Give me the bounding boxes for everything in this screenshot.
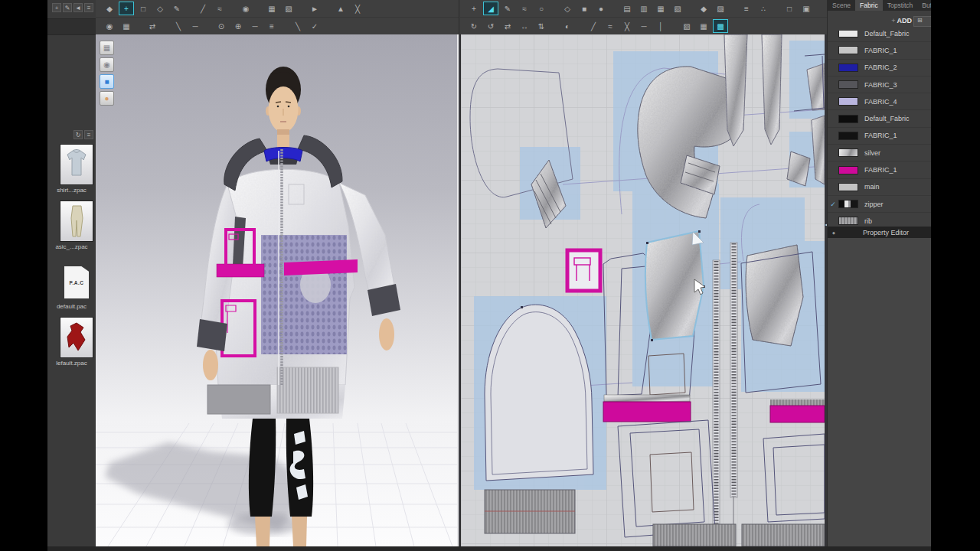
pleats-tool[interactable]: ≡ [739,2,754,15]
pants-thumbnail[interactable] [60,201,93,242]
tab-button[interactable]: Butto [917,0,931,11]
symmetric-pattern-tool[interactable]: ⇄ [500,19,515,33]
free-sew-tool[interactable]: ≈ [603,19,618,33]
library-add-icon[interactable]: + [52,3,61,12]
button-tool[interactable]: ⊙ [214,19,229,33]
select-pen-tool[interactable]: ✎ [169,2,185,15]
pattern-piece-rib-center[interactable] [653,524,736,546]
library-item-shirt[interactable]: shirt...zpac [47,144,96,194]
shirt-thumbnail[interactable] [60,144,93,185]
library-item-pants[interactable]: asic_...zpac [47,201,96,250]
fabric-row[interactable]: FABRIC_3 [828,77,931,93]
pin-tool[interactable]: ◉ [238,2,253,15]
fold-tool[interactable]: ↺ [483,19,498,33]
mirror-paste-tool[interactable]: ↔ [517,19,532,33]
arrange-clothes-tool[interactable]: ▧ [281,2,296,15]
rectangle-tool[interactable]: ■ [577,2,592,15]
viewport-3d-canvas[interactable] [96,34,457,546]
library-menu-icon[interactable]: ≡ [84,3,93,12]
dart-tool[interactable]: ▤ [619,2,635,15]
mn-sew-tool[interactable]: ╳ [619,19,635,33]
tab-scene[interactable]: Scene [828,0,855,11]
gizmo-mode-tool[interactable]: ◆ [102,2,117,15]
fabric-row[interactable]: ✓ zipper [828,196,931,213]
select-lasso-tool[interactable]: ◇ [152,2,168,15]
add-point-tool[interactable]: ○ [534,2,549,15]
edit-texture-tool[interactable]: ▧ [679,19,694,33]
library-listview-icon[interactable]: ≡ [84,130,93,139]
fabric-row[interactable]: FABRIC_4 [828,93,931,110]
show-avatar-button[interactable]: ◉ [100,57,114,72]
avatar-pose-tool[interactable]: ▲ [333,2,348,15]
sew-segment-tool[interactable]: ╱ [195,2,211,15]
pac-file-thumbnail[interactable]: P.A.C [60,263,93,302]
grading-edit-tool[interactable]: ▣ [799,2,814,15]
grading-tool[interactable]: □ [782,2,797,15]
flip-tool[interactable]: ◐ [560,19,575,33]
sew-free-tool[interactable]: ≈ [212,2,227,15]
pattern-piece-hem-right[interactable] [770,399,825,422]
polygon-tool[interactable]: ◇ [560,2,575,15]
library-edit-icon[interactable]: ✎ [63,3,72,12]
pattern-piece-hem-center[interactable] [603,395,691,422]
circle-tool[interactable]: ● [593,2,609,15]
library-item-pac[interactable]: P.A.C default.pac [47,263,96,310]
copy-fabric-button[interactable]: ⊞ [913,16,931,27]
fold-arrange-tool[interactable]: ▦ [264,2,279,15]
pattern-piece-bodice-right[interactable] [746,245,803,346]
show-head-button[interactable]: ● [100,91,114,106]
pattern-piece-strip-2[interactable] [762,34,782,145]
fabric-row[interactable]: FABRIC_2 [828,60,931,77]
garment-thumbnail[interactable] [60,317,93,358]
edit-point-tool[interactable]: ✎ [500,2,515,15]
cut-sew-tool[interactable]: ▨ [713,2,728,15]
symmetry-tool[interactable]: ⇄ [145,19,160,33]
fabric-row[interactable]: main [828,179,931,196]
library-back-icon[interactable]: ◄ [74,3,83,12]
needle-tool[interactable]: ╲ [290,19,305,33]
fabric-row[interactable]: FABRIC_1 [828,128,931,145]
edit-pattern-tool[interactable]: ◢ [483,2,498,15]
show-garment-button[interactable]: ▦ [100,41,114,55]
buttonhole-tool[interactable]: ⊕ [230,19,246,33]
zipper-tool[interactable]: ≡ [264,19,279,33]
pattern-piece-rib-right[interactable] [742,524,825,546]
avatar-walk-tool[interactable]: ► [307,2,322,15]
property-editor-bar[interactable]: ◆ Property Editor [828,227,931,238]
scissors-tool[interactable]: ╳ [350,2,365,15]
select-box-tool[interactable]: □ [136,2,151,15]
fabric-row[interactable]: Default_Fabric [828,110,931,127]
topstitch-tool[interactable]: ─ [247,19,263,33]
show-clothes-toggle[interactable]: ▦ [119,19,134,33]
pattern-piece-rib-left[interactable] [485,490,575,533]
show-texture-tool[interactable]: ▦ [696,19,711,33]
fabric-row[interactable]: rib [828,213,931,227]
viewport-2d-canvas[interactable] [461,34,825,546]
segment-sew-tool[interactable]: ╱ [586,19,601,33]
tab-topstitch[interactable]: Topstitch [883,0,918,11]
select-move-tool[interactable]: + [119,2,134,15]
show-avatar-toggle[interactable]: ◉ [102,19,117,33]
unfold-tool[interactable]: ↻ [466,19,482,33]
measure-edge-tool[interactable]: ╲ [171,19,186,33]
layer-clone-tool[interactable]: ⇅ [534,19,549,33]
seam-dart-tool[interactable]: ▧ [670,2,685,15]
library-refresh-icon[interactable]: ↻ [74,130,83,139]
viewport-2d[interactable] [460,34,825,546]
colorway-tool[interactable]: ▩ [713,19,728,33]
pattern-piece-strip-1[interactable] [724,34,747,146]
fabric-row[interactable]: FABRIC_1 [828,161,931,178]
edit-curve-tool[interactable]: ≈ [517,2,532,15]
add-fabric-button[interactable]: +ADD [891,17,912,24]
transform-pattern-tool[interactable]: + [466,2,482,15]
trace-tool[interactable]: ◆ [696,2,711,15]
fabric-row[interactable]: Default_Fabric [828,31,931,42]
fabric-row[interactable]: silver [828,145,931,161]
folded-dart-tool[interactable]: ▥ [636,2,652,15]
viewport-3d[interactable]: ▦ ◉ ■ ● [96,34,459,546]
show-fabric-button[interactable]: ■ [100,74,114,89]
sew-direction-tool[interactable]: │ [653,19,668,33]
measure-tape-tool[interactable]: ─ [188,19,203,33]
pattern-piece-zipper-a[interactable] [713,260,720,524]
tab-fabric[interactable]: Fabric [855,0,883,11]
